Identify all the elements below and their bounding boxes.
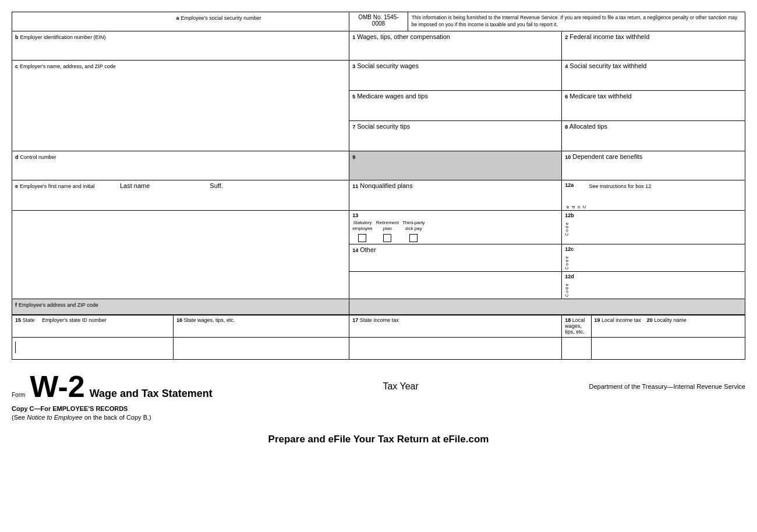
cell-box3: 3 Social security wages [349,60,562,90]
field-d-label: d [15,154,19,160]
row-name-box13: 13 Statutory employee Retirement plan Th… [12,210,745,244]
cell-box16-header: 16 State wages, tips, etc. [173,315,349,337]
cell-box13: 13 Statutory employee Retirement plan Th… [349,210,562,244]
checkbox-statutory[interactable] [358,234,366,242]
box14-num: 14 [352,247,358,253]
w2-big-title: W-2 [30,371,84,402]
box13-ret: Retirement plan [376,220,399,232]
box18-num: 18 [565,317,571,323]
box12d-num: 12d [565,274,574,279]
cell-box2: 2 Federal income tax withheld [562,31,745,60]
box2-num: 2 [565,34,568,40]
box15-ein: Employer's state ID number [42,317,107,323]
box6-num: 6 [565,94,568,100]
field-d-text: Control number [20,154,56,160]
cell-box16-data [173,337,349,359]
copy-line1: Copy C—For EMPLOYEE'S RECORDS [12,405,128,412]
efile-banner: Prepare and eFile Your Tax Return at eFi… [12,434,745,445]
cell-empty-a [12,12,174,31]
field-e-last: Last name [120,182,150,189]
box11-num: 11 [352,183,358,189]
cell-d: d Control number [12,151,349,180]
box17-text: State income tax [360,317,399,323]
box7-num: 7 [352,124,355,130]
field-e-label: e [15,183,18,189]
cell-e: e Employee's first name and initial Last… [12,180,349,210]
field-b-label: b [15,34,19,40]
cell-box10: 10 Dependent care benefits [562,151,745,180]
field-c-label: c [15,63,18,69]
copy-line2-italic: Notice to Employee [27,414,82,421]
cell-box12d: 12d C o d e [562,271,745,299]
checkbox-thirdparty[interactable] [409,234,418,242]
box6-text: Medicare tax withheld [569,93,631,100]
box3-num: 3 [352,63,355,69]
box10-text: Dependent care benefits [572,153,642,160]
efile-text: Prepare and eFile Your Tax Return at eFi… [268,434,489,445]
row-f-header: f Employee's address and ZIP code [12,299,745,315]
cell-box17-data [349,337,562,359]
box3-text: Social security wages [357,62,419,69]
cell-box8: 8 Allocated tips [562,120,745,151]
copy-line2-post: on the back of Copy B.) [83,414,151,421]
row-state-headers: 15 State Employer's state ID number 16 S… [12,315,745,337]
box2-text: Federal income tax withheld [569,33,649,40]
box16-text: State wages, tips, etc. [184,317,235,323]
box15-state: State [23,317,35,323]
row-a: a Employee's social security number OMB … [12,12,745,31]
cell-omb: OMB No. 1545-0008 [349,12,408,31]
bottom-section: Form W-2 Wage and Tax Statement Tax Year… [12,371,745,421]
box15-num: 15 [15,317,21,323]
box5-text: Medicare wages and tips [357,93,428,100]
box13-third: Third-party sick pay [402,220,425,232]
cell-box1: 1 Wages, tips, other compensation [349,31,562,60]
checkbox-retirement[interactable] [383,234,391,242]
field-b-text: Employer identification number (EIN) [20,34,106,40]
field-e-suff: Suff. [210,182,222,189]
box12c-num: 12c [565,246,574,252]
cell-box6: 6 Medicare tax withheld [562,90,745,120]
tax-year-group: Tax Year [383,381,418,392]
box11-text: Nonqualified plans [360,182,413,189]
copy-info: Copy C—For EMPLOYEE'S RECORDS [12,405,745,412]
cell-box19-20-header: 19 Local income tax 20 Locality name [591,315,745,337]
info-text: This information is being furnished to t… [412,15,737,27]
box16-num: 16 [176,317,182,323]
box20-text: Locality name [654,317,687,323]
box10-num: 10 [565,154,571,160]
cell-box7: 7 Social security tips [349,120,562,151]
row-c: c Employer's name, address, and ZIP code… [12,60,745,90]
cell-b: b Employer identification number (EIN) [12,31,349,60]
cell-c: c Employer's name, address, and ZIP code [12,60,349,151]
cell-box11: 11 Nonqualified plans [349,180,562,210]
cell-box17-header: 17 State income tax [349,315,562,337]
field-a-label: a [176,15,179,21]
box8-text: Allocated tips [569,123,607,130]
box12a-num: 12a [565,182,587,188]
wage-title: Wage and Tax Statement [90,388,213,400]
box1-num: 1 [352,34,355,40]
copy-line2: (See Notice to Employee on the back of C… [12,414,745,421]
cell-name-area [12,210,349,299]
irs-dept: Department of the Treasury—Internal Reve… [589,383,745,390]
field-f-text: Employee's address and ZIP code [19,302,98,308]
box1-text: Wages, tips, other compensation [357,33,450,40]
box12b-num: 12b [565,212,574,218]
cell-box18-header: 18 Local wages, tips, etc. [562,315,591,337]
copy-line2-pre: (See [12,414,27,421]
tax-year-label: Tax Year [383,381,418,391]
field-e-text: Employee's first name and initial [20,183,95,189]
row-state-data [12,337,745,359]
cell-box9: 9 [349,151,562,180]
field-a-text: Employee's social security number [181,15,261,21]
box19-text: Local income tax [602,317,641,323]
cell-box12c: 12c C o d e [562,244,745,271]
cell-box15-header: 15 State Employer's state ID number [12,315,174,337]
cell-box15-data [12,337,174,359]
box8-num: 8 [565,124,568,130]
field-c-text: Employer's name, address, and ZIP code [20,63,116,69]
irs-dept-group: Department of the Treasury—Internal Reve… [589,383,745,390]
cell-box12b: 12b C o d e [562,210,745,244]
box14-text: Other [360,246,376,253]
cell-f-right [349,299,745,315]
